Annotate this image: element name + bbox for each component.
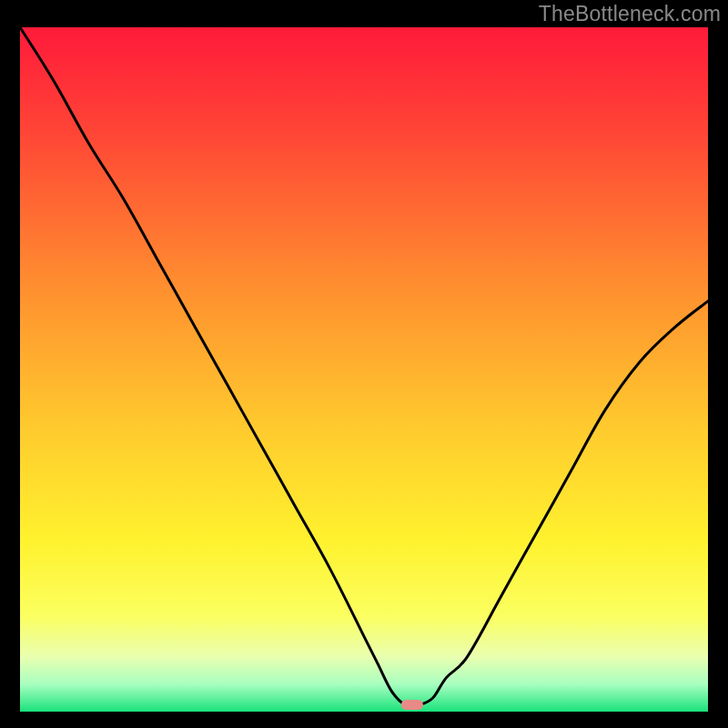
chart-frame: TheBottleneck.com (0, 0, 728, 728)
bottleneck-plot (20, 27, 708, 712)
gradient-background (20, 27, 708, 712)
watermark-label: TheBottleneck.com (539, 2, 721, 26)
optimum-marker (401, 700, 423, 710)
